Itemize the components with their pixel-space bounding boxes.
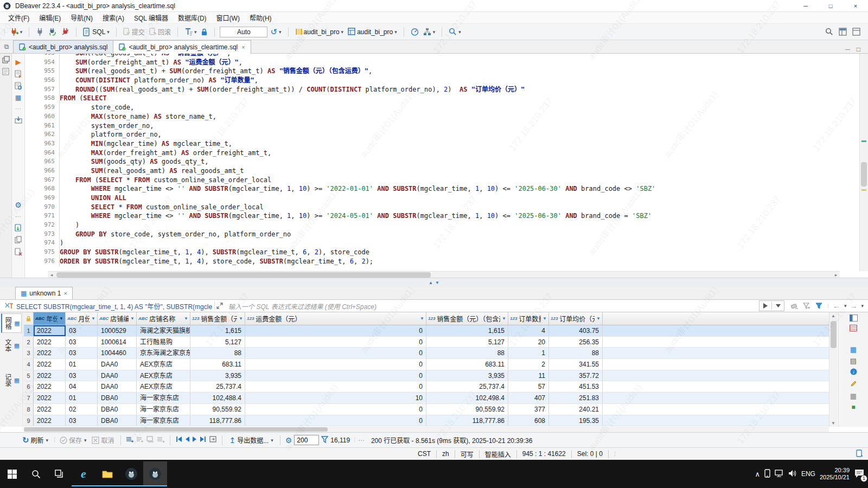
row-number[interactable]: 6: [24, 381, 34, 392]
refresh-button[interactable]: ↻ 刷新 ▾: [21, 434, 50, 446]
table-cell[interactable]: 1000529: [98, 325, 137, 336]
editor-vertical-scrollbar[interactable]: [859, 54, 868, 271]
table-cell[interactable]: 88: [426, 348, 508, 358]
column-header[interactable]: 123销售金额（元）（包含运费）▼: [426, 312, 508, 325]
table-cell[interactable]: 683.11: [190, 359, 245, 370]
column-header[interactable]: 123订单均价（元）▼: [549, 312, 603, 325]
table-cell[interactable]: 01: [66, 393, 98, 403]
table-cell[interactable]: 102,488.4: [190, 393, 245, 403]
code-line[interactable]: ORDER BY SUBSTR(mgclear_time_t, 1, 4), s…: [60, 257, 840, 266]
dropdown-icon[interactable]: ▾: [433, 29, 436, 35]
code-line[interactable]: COUNT(DISTINCT platform_order_no) AS "订单…: [60, 76, 840, 85]
results-tab[interactable]: ▦ unknown 1 ×: [15, 287, 73, 299]
filters-back-icon[interactable]: ←: [832, 301, 841, 311]
menu-item[interactable]: 文件(F): [3, 12, 34, 24]
dropdown-icon[interactable]: ▾: [84, 438, 87, 443]
code-line[interactable]: SUM(real_goods_amt_t) AS "销售金额（元）",: [60, 54, 840, 58]
code-line[interactable]: FROM (SELECT * FROM custom_online_sale_o…: [60, 176, 840, 185]
table-cell[interactable]: 20: [508, 337, 549, 348]
overview-marker[interactable]: [861, 189, 866, 191]
task-view-button[interactable]: [48, 461, 72, 486]
table-cell[interactable]: 195.35: [549, 415, 603, 426]
table-cell[interactable]: 2022: [34, 415, 66, 426]
table-cell[interactable]: 1000614: [98, 337, 137, 348]
code-line[interactable]: system_order_no,: [60, 121, 840, 131]
table-row[interactable]: 5202203DAA0AEX京东店3,93503,93511357.72: [24, 370, 829, 382]
table-cell[interactable]: 0: [245, 404, 426, 415]
code-line[interactable]: MIN(mgclear_time) AS mgclear_time_t,: [60, 139, 840, 149]
panel-toggle-icon[interactable]: [850, 314, 858, 322]
tray-network-icon[interactable]: [775, 470, 784, 479]
export-result-icon[interactable]: [15, 116, 22, 124]
table-cell[interactable]: 04: [66, 381, 98, 392]
menu-item[interactable]: SQL 编辑器: [129, 12, 173, 24]
dropdown-icon[interactable]: ▾: [341, 29, 344, 35]
code-area[interactable]: SUM(real_goods_amt_t) AS "销售金额（元）", SUM(…: [60, 54, 840, 266]
row-number[interactable]: 5: [24, 370, 34, 381]
code-line[interactable]: store_code,: [60, 103, 840, 112]
scroll-up-icon[interactable]: ▲: [831, 313, 835, 318]
table-cell[interactable]: 403.75: [549, 325, 603, 336]
reconnect-button[interactable]: [47, 27, 59, 37]
rollback-button[interactable]: 回滚: [148, 26, 173, 37]
table-cell[interactable]: AEX京东店: [137, 359, 190, 370]
table-cell[interactable]: 118,777.86: [190, 415, 245, 426]
table-cell[interactable]: 1,615: [190, 325, 245, 336]
clear-filter-icon[interactable]: [790, 301, 800, 311]
save-to-file-icon[interactable]: [15, 224, 22, 232]
table-cell[interactable]: 2022: [34, 348, 66, 358]
start-button[interactable]: [0, 461, 24, 486]
table-cell[interactable]: 0: [245, 381, 426, 392]
sash-expand-icon[interactable]: ▼: [435, 280, 439, 285]
column-header[interactable]: 123订单数量▼: [508, 312, 549, 325]
code-line[interactable]: SUM(order_freight_amt_t) AS "运费金额（元）",: [60, 58, 840, 67]
window-close-button[interactable]: ×: [843, 0, 868, 12]
menu-item[interactable]: 帮助(H): [245, 12, 277, 24]
table-cell[interactable]: 90,559.92: [426, 404, 508, 415]
row-number[interactable]: 7: [24, 393, 34, 403]
code-line[interactable]: ): [60, 221, 840, 230]
restore-panel-icon[interactable]: ⧉: [0, 40, 13, 53]
table-cell[interactable]: 5,127: [190, 337, 245, 348]
new-connection-button[interactable]: ▾: [8, 27, 24, 37]
code-line[interactable]: MAX(store_name) AS store_name_t,: [60, 112, 840, 121]
table-cell[interactable]: 海澜之家天猫旗舰店: [137, 325, 190, 336]
view-tab-text[interactable]: ▦文本: [2, 336, 21, 355]
table-cell[interactable]: 03: [66, 348, 98, 358]
table-row[interactable]: 7202201DBA0海一家京东店102,488.410102,498.4407…: [24, 393, 829, 404]
view-tab-record[interactable]: ▦记录: [2, 371, 21, 389]
column-menu-icon[interactable]: ▼: [596, 316, 601, 321]
grid-horizontal-scrollbar[interactable]: [24, 427, 829, 432]
code-line[interactable]: FROM (SELECT: [60, 94, 840, 103]
table-cell[interactable]: DBA0: [98, 404, 137, 415]
dropdown-icon[interactable]: ▾: [20, 29, 23, 35]
row-count-filter-icon[interactable]: [321, 436, 328, 445]
table-cell[interactable]: 03: [66, 337, 98, 348]
column-header[interactable]: 123销售金额（元）▼: [190, 312, 245, 325]
table-cell[interactable]: 5,127: [426, 337, 508, 348]
explain-plan-button[interactable]: ▾: [422, 27, 437, 37]
file-explorer-button[interactable]: [95, 461, 119, 486]
code-line[interactable]: ROUND((SUM(real_goods_amt_t) + SUM(order…: [60, 85, 840, 94]
code-line[interactable]: GROUP BY store_code, system_order_no, pl…: [60, 230, 840, 239]
table-row[interactable]: 6202204DAA0AEX京东店25,737.4025,737.457451.…: [24, 381, 829, 393]
column-menu-icon[interactable]: ▼: [239, 316, 243, 321]
table-cell[interactable]: 京东海澜之家京东旗舰店: [137, 348, 190, 358]
dropdown-icon[interactable]: ▾: [46, 438, 49, 443]
table-cell[interactable]: 357.72: [549, 370, 603, 381]
table-cell[interactable]: 377: [508, 404, 549, 415]
sql-editor-button[interactable]: SQL ▾: [81, 27, 111, 37]
tray-language[interactable]: ENG: [801, 470, 815, 478]
table-cell[interactable]: 03: [66, 325, 98, 336]
table-cell[interactable]: 0: [245, 348, 426, 358]
table-cell[interactable]: 海一家京东店: [137, 415, 190, 426]
column-menu-icon[interactable]: ▼: [130, 316, 135, 321]
column-menu-icon[interactable]: ▼: [542, 316, 547, 321]
value-viewer-icon[interactable]: ▦: [850, 345, 857, 354]
table-cell[interactable]: DAA0: [98, 359, 137, 370]
column-header[interactable]: ABC店铺编码▼: [98, 312, 137, 325]
references-panel-icon[interactable]: ■: [851, 403, 855, 411]
table-cell[interactable]: 25,737.4: [426, 381, 508, 392]
perspective-icon[interactable]: [839, 28, 847, 36]
scrollbar-thumb[interactable]: [24, 427, 328, 432]
